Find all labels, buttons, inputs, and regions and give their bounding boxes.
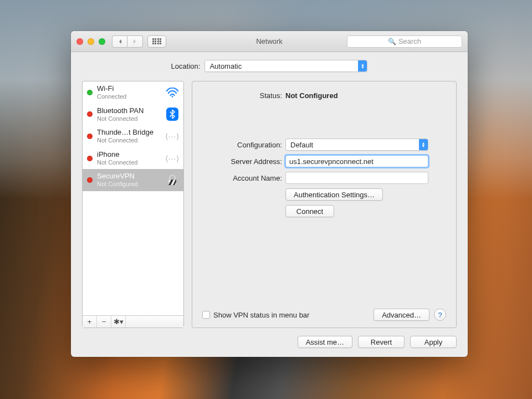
content-area: Location: Automatic ▲▼ Wi-Fi Connected: [71, 52, 468, 357]
assist-me-button[interactable]: Assist me…: [298, 336, 352, 348]
sidebar-footer-spacer: [126, 316, 183, 328]
wifi-icon: [166, 87, 179, 98]
lock-icon: [166, 175, 179, 186]
add-service-button[interactable]: +: [83, 316, 97, 328]
server-address-value: us1.securevpnconnect.net: [289, 157, 374, 166]
show-vpn-menubar-label: Show VPN status in menu bar: [213, 311, 309, 319]
service-status: Not Configured: [97, 181, 138, 188]
popup-arrows-icon: ▲▼: [358, 60, 367, 71]
service-item-vpn[interactable]: SecureVPN Not Configured: [83, 169, 183, 191]
advanced-button[interactable]: Advanced…: [374, 309, 429, 321]
service-item-wifi[interactable]: Wi-Fi Connected: [83, 81, 183, 104]
zoom-button[interactable]: [99, 38, 105, 45]
thunderbolt-icon: ⟨···⟩: [166, 153, 179, 164]
help-button[interactable]: ?: [434, 309, 446, 321]
service-status: Not Connected: [97, 137, 154, 144]
thunderbolt-icon: ⟨···⟩: [166, 131, 179, 142]
server-address-field[interactable]: us1.securevpnconnect.net: [285, 155, 428, 167]
show-vpn-menubar-checkbox[interactable]: [202, 311, 210, 319]
account-name-field[interactable]: [285, 172, 428, 184]
service-name: Bluetooth PAN: [97, 107, 144, 115]
nav-back-forward: [112, 35, 143, 48]
service-actions-button[interactable]: ✱▾: [111, 316, 126, 328]
status-dot-icon: [87, 134, 93, 139]
authentication-settings-button[interactable]: Authentication Settings…: [285, 188, 383, 201]
service-name: Wi-Fi: [97, 85, 126, 93]
service-name: SecureVPN: [97, 172, 138, 181]
forward-button[interactable]: [127, 35, 143, 48]
titlebar: Network 🔍 Search: [71, 31, 468, 52]
chevron-right-icon: [132, 38, 138, 45]
detail-panel: Status: Not Configured Configuration: De…: [192, 81, 457, 328]
configuration-value: Default: [290, 141, 313, 149]
remove-service-button[interactable]: −: [97, 316, 111, 328]
location-popup[interactable]: Automatic ▲▼: [204, 60, 367, 72]
service-name: Thunde…t Bridge: [97, 129, 154, 137]
search-icon: 🔍: [388, 38, 396, 45]
back-button[interactable]: [112, 35, 127, 48]
status-dot-icon: [87, 177, 93, 183]
service-item-iphone[interactable]: iPhone Not Connected ⟨···⟩: [83, 147, 183, 170]
popup-arrows-icon: ▲▼: [419, 139, 428, 150]
grid-icon: [152, 38, 162, 45]
close-button[interactable]: [76, 38, 83, 45]
sidebar-footer: + − ✱▾: [83, 315, 183, 328]
status-dot-icon: [87, 156, 93, 161]
footer-buttons: Assist me… Revert Apply: [82, 336, 457, 348]
location-value: Automatic: [209, 62, 242, 70]
svg-point-0: [172, 96, 173, 98]
service-list: Wi-Fi Connected: [83, 81, 183, 315]
show-all-button[interactable]: [147, 35, 166, 48]
service-item-thunderbolt-bridge[interactable]: Thunde…t Bridge Not Connected ⟨···⟩: [83, 125, 183, 147]
desktop-wallpaper: Network 🔍 Search Location: Automatic ▲▼: [0, 0, 532, 399]
bluetooth-icon: [166, 109, 179, 120]
minimize-button[interactable]: [88, 38, 94, 45]
network-preferences-window: Network 🔍 Search Location: Automatic ▲▼: [71, 31, 468, 357]
status-label: Status:: [202, 91, 285, 100]
service-name: iPhone: [97, 151, 137, 159]
service-sidebar: Wi-Fi Connected: [82, 81, 184, 328]
gear-icon: ✱▾: [114, 318, 124, 326]
configuration-popup[interactable]: Default ▲▼: [285, 139, 428, 151]
service-item-bluetooth[interactable]: Bluetooth PAN Not Connected: [83, 104, 183, 126]
revert-button[interactable]: Revert: [358, 336, 405, 348]
window-controls: [76, 38, 105, 45]
account-name-label: Account Name:: [202, 174, 285, 182]
service-status: Not Connected: [97, 115, 144, 122]
configuration-label: Configuration:: [202, 141, 285, 149]
search-field[interactable]: 🔍 Search: [347, 35, 462, 48]
status-dot-icon: [87, 90, 93, 95]
location-label: Location:: [171, 62, 201, 70]
service-status: Not Connected: [97, 159, 137, 166]
status-value: Not Configured: [285, 91, 446, 100]
location-row: Location: Automatic ▲▼: [82, 60, 457, 72]
search-placeholder: Search: [398, 37, 421, 45]
main-row: Wi-Fi Connected: [82, 81, 457, 328]
help-icon: ?: [438, 311, 442, 319]
apply-button[interactable]: Apply: [410, 336, 457, 348]
service-status: Connected: [97, 93, 126, 100]
server-address-label: Server Address:: [202, 157, 285, 166]
connect-button[interactable]: Connect: [285, 205, 334, 217]
chevron-left-icon: [117, 38, 122, 45]
status-dot-icon: [87, 111, 93, 117]
